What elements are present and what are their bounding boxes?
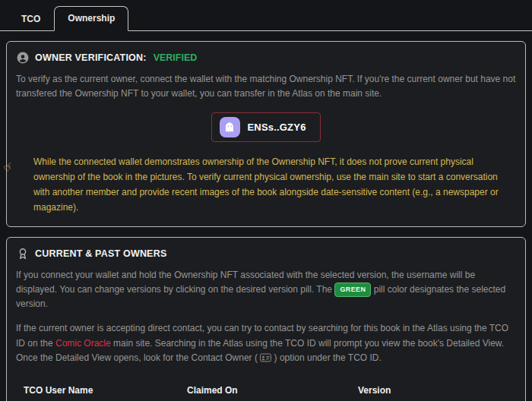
contact-owner-icon [260, 353, 271, 362]
owner-verification-heading: OWNER VERIFICATION: VERIFIED [16, 51, 516, 65]
tab-ownership[interactable]: Ownership [54, 6, 128, 31]
versions-help-text: If you connect your wallet and hold the … [16, 268, 516, 312]
verification-intro-text: To verify as the current owner, connect … [16, 72, 516, 101]
owners-panel: CURRENT & PAST OWNERS If you connect you… [6, 237, 526, 401]
owner-verification-panel: OWNER VERIFICATION: VERIFIED To verify a… [6, 41, 526, 227]
contact-help-text: If the current owner is accepting direct… [16, 321, 516, 365]
contact-text-after: ) option under the TCO ID. [271, 352, 382, 363]
physical-ownership-note: ☞ While the connected wallet demonstrate… [16, 155, 516, 215]
wallet-button-container: ENSs..GZY6 [16, 112, 516, 142]
green-pill-sample: GREEN [334, 283, 371, 297]
connected-wallet-button[interactable]: ENSs..GZY6 [211, 112, 320, 142]
phantom-wallet-icon [220, 117, 240, 137]
verification-status: VERIFIED [154, 52, 198, 63]
owners-heading: CURRENT & PAST OWNERS [16, 247, 516, 260]
wallet-address-label: ENSs..GZY6 [247, 122, 306, 133]
tab-bar: TCO Ownership [0, 0, 532, 31]
owners-table: TCO User Name Claimed On Version drhex J… [16, 380, 516, 401]
table-header-row: TCO User Name Claimed On Version [16, 380, 516, 401]
owner-verification-label: OWNER VERIFICATION: [35, 52, 147, 63]
ghost-icon [223, 121, 236, 134]
user-badge-icon [16, 51, 30, 65]
note-text: While the connected wallet demonstrates … [33, 155, 515, 215]
header-version: Version [358, 385, 508, 396]
header-user: TCO User Name [24, 385, 187, 396]
comic-oracle-link[interactable]: Comic Oracle [55, 338, 111, 349]
tab-tco[interactable]: TCO [8, 7, 54, 31]
owners-heading-label: CURRENT & PAST OWNERS [35, 248, 166, 259]
header-claimed: Claimed On [187, 385, 358, 396]
medal-icon [16, 247, 30, 260]
